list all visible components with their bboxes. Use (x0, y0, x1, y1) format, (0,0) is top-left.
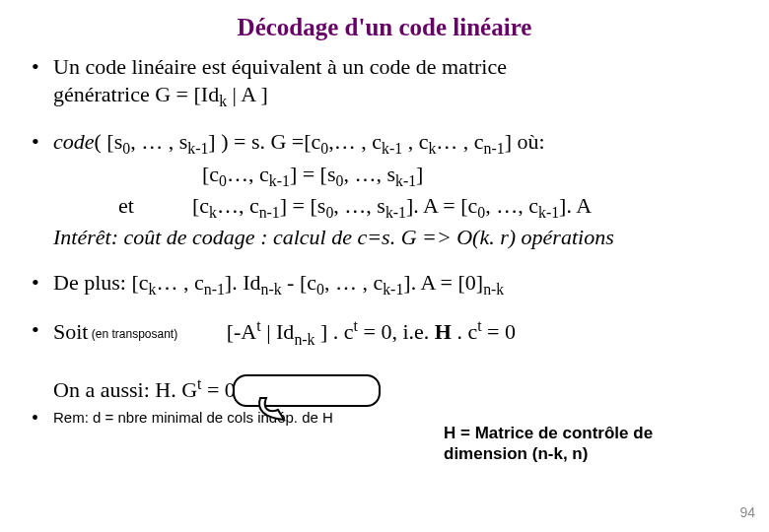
sub: k-1 (395, 173, 416, 190)
text: …, c (227, 162, 269, 186)
text: … , c (156, 270, 203, 295)
slide: Décodage d'un code linéaire Un code liné… (0, 0, 769, 532)
text: , …, s (343, 162, 395, 186)
text: dimension (n-k, n) (444, 444, 588, 463)
text: ]. A = [0] (403, 270, 483, 295)
text: - [c (282, 270, 316, 295)
text: [c (192, 193, 209, 218)
text: et (118, 193, 134, 218)
text: ]. A (559, 193, 592, 218)
sub: 0 (316, 281, 324, 298)
text: …, c (217, 193, 259, 218)
sub: k-1 (382, 140, 402, 157)
sub: n-1 (484, 140, 505, 157)
eq-line-2: et [ck…, cn-1] = [s0, …, sk-1]. A = [c0,… (30, 192, 739, 224)
text-bold: H (435, 319, 452, 344)
text: , …, c (485, 193, 538, 218)
sub: n-k (294, 330, 315, 347)
sub: k-1 (538, 205, 559, 222)
text: ] = [s (280, 193, 326, 218)
text: code (53, 129, 95, 154)
interest-line: Intérêt: coût de codage : calcul de c=s.… (30, 224, 739, 251)
page-number: 94 (739, 504, 755, 520)
text: ]. A = [c (406, 193, 477, 218)
text: ] où: (505, 129, 545, 154)
text: | A ] (227, 82, 268, 106)
sub: n-1 (204, 281, 225, 298)
text: = 0 (482, 319, 516, 344)
bullet-list: Un code linéaire est équivalent à un cod… (30, 53, 739, 159)
text: génératrice G = [Id (53, 82, 219, 106)
text: , … , s (130, 129, 187, 154)
sub: k (209, 205, 217, 222)
sub: n-k (483, 281, 504, 298)
text: , …, s (333, 193, 385, 218)
bullet-list-2: De plus: [ck… , cn-1]. Idn-k - [c0, … , … (30, 269, 739, 350)
bullet-2: code( [s0, … , sk-1] ) = s. G =[c0,… , c… (30, 128, 739, 160)
text: = 0, i.e. (358, 319, 435, 344)
text: , c (402, 129, 428, 154)
text: [c (202, 162, 219, 186)
callout-text: H = Matrice de contrôle de dimension (n-… (444, 423, 739, 465)
sub: n-k (260, 281, 281, 298)
eq-line-1: [c0…, ck-1] = [s0, …, sk-1] (30, 161, 739, 192)
text: De plus: [c (53, 270, 149, 295)
text: ] (416, 162, 423, 186)
bullet-4: Soit (en transposant) [-At | Idn-k ] . c… (30, 316, 739, 350)
text: Un code linéaire est équivalent à un cod… (53, 54, 507, 79)
sub: k-1 (187, 140, 208, 157)
text: , … , c (324, 270, 383, 295)
text: ] . c (315, 319, 353, 344)
sub: 0 (122, 140, 130, 157)
slide-title: Décodage d'un code linéaire (30, 14, 739, 41)
sub: k-1 (269, 173, 290, 190)
small-text: (en transposant) (88, 326, 177, 340)
text: [-A (177, 319, 256, 344)
text: = 0 (201, 377, 235, 402)
text: On a aussi: H. G (53, 377, 197, 402)
text: ]. Id (225, 270, 261, 295)
text: ,… , c (328, 129, 382, 154)
text: Soit (53, 319, 88, 344)
on-a-aussi: On a aussi: H. Gt = 0 (30, 375, 739, 403)
text: ] = [s (290, 162, 336, 186)
text: | Id (261, 319, 295, 344)
sub: n-1 (259, 205, 280, 222)
text: ( [s (95, 129, 123, 154)
sub: k-1 (385, 205, 406, 222)
bullet-3: De plus: [ck… , cn-1]. Idn-k - [c0, … , … (30, 269, 739, 300)
text: H = Matrice de contrôle de (444, 424, 653, 442)
text: ] ) = s. G =[c (208, 129, 320, 154)
sub: 0 (219, 173, 227, 190)
text: … , c (436, 129, 483, 154)
sub: k-1 (383, 281, 403, 298)
text: . c (452, 319, 477, 344)
sub: k (219, 94, 227, 110)
bullet-1: Un code linéaire est équivalent à un cod… (30, 53, 739, 112)
